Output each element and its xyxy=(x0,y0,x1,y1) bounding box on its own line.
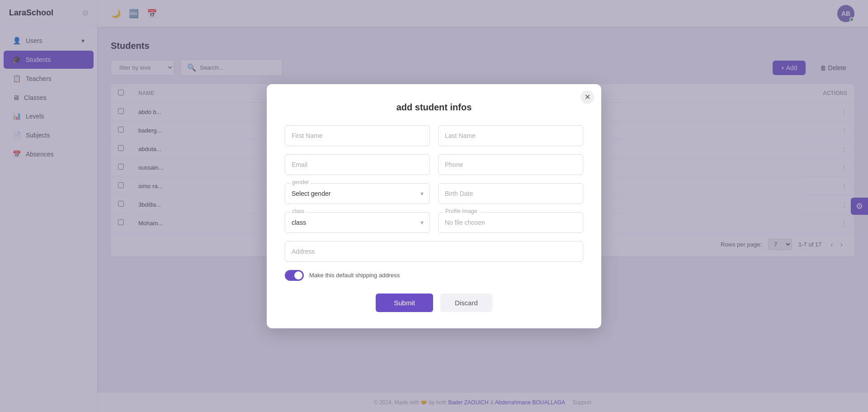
class-field: class class ▾ xyxy=(285,212,430,233)
email-input[interactable] xyxy=(285,154,430,175)
profile-image-label: Profile Image xyxy=(443,208,479,214)
submit-label: Submit xyxy=(394,299,415,307)
toggle-row: Make this default shipping address xyxy=(285,270,583,281)
birth-date-field xyxy=(438,183,583,204)
address-input[interactable] xyxy=(285,241,583,262)
email-field xyxy=(285,154,430,175)
toggle-label: Make this default shipping address xyxy=(309,272,400,279)
modal-title: add student infos xyxy=(285,102,583,113)
first-name-input[interactable] xyxy=(285,125,430,146)
phone-input[interactable] xyxy=(438,154,583,175)
close-icon: ✕ xyxy=(585,93,590,101)
modal-overlay[interactable]: ✕ add student infos gender xyxy=(0,0,868,412)
file-chosen-text: No file chosen xyxy=(439,213,583,232)
form-row-gender-birth: gender Select gender Male Female ▾ xyxy=(285,183,583,204)
form-row-contact xyxy=(285,154,583,175)
submit-button[interactable]: Submit xyxy=(376,294,433,312)
form-row-address xyxy=(285,241,583,262)
first-name-field xyxy=(285,125,430,146)
address-field xyxy=(285,241,583,262)
modal-close-button[interactable]: ✕ xyxy=(580,90,594,104)
gender-select[interactable]: Select gender Male Female xyxy=(285,183,430,204)
discard-label: Discard xyxy=(455,299,478,307)
gender-label: gender xyxy=(290,179,311,185)
gender-field: gender Select gender Male Female ▾ xyxy=(285,183,430,204)
class-label: class xyxy=(290,208,306,214)
default-address-toggle[interactable] xyxy=(285,270,304,281)
modal: ✕ add student infos gender xyxy=(267,84,601,328)
class-select[interactable]: class xyxy=(285,212,430,233)
form-row-class-image: class class ▾ Profile Image No file chos… xyxy=(285,212,583,233)
birth-date-input[interactable] xyxy=(438,183,583,204)
form-row-name xyxy=(285,125,583,146)
toggle-knob xyxy=(294,271,302,279)
modal-actions: Submit Discard xyxy=(285,294,583,312)
last-name-field xyxy=(438,125,583,146)
last-name-input[interactable] xyxy=(438,125,583,146)
phone-field xyxy=(438,154,583,175)
file-input-wrapper: No file chosen xyxy=(438,212,583,233)
profile-image-field: Profile Image No file chosen xyxy=(438,212,583,233)
discard-button[interactable]: Discard xyxy=(440,294,492,312)
